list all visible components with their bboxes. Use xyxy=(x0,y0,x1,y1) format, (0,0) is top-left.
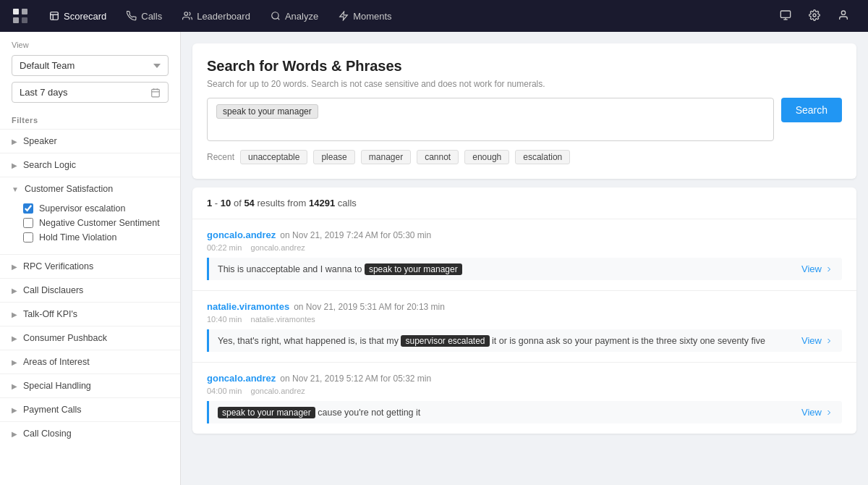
sidebar-section-rpc: ▶ RPC Verifications xyxy=(0,254,180,278)
result-quote-before-2: Yes, that's right, what happened is, is … xyxy=(218,336,399,346)
results-total: 54 xyxy=(244,198,254,208)
chevron-right-icon: ▶ xyxy=(12,138,17,146)
result-item-1: goncalo.andrez on Nov 21, 2019 7:24 AM f… xyxy=(192,219,856,291)
recent-tag-3[interactable]: cannot xyxy=(417,150,459,164)
recent-tag-5[interactable]: escalation xyxy=(515,150,570,164)
result-item-2: natalie.viramontes on Nov 21, 2019 5:31 … xyxy=(192,291,856,363)
view-link-1[interactable]: View xyxy=(801,263,833,274)
checkbox-hold-time[interactable]: Hold Time Violation xyxy=(23,232,169,242)
sidebar-section-special-handling-header[interactable]: ▶ Special Handling xyxy=(0,374,180,397)
customer-satisfaction-body: Supervisor escalation Negative Customer … xyxy=(0,201,180,254)
svg-rect-10 xyxy=(780,11,790,17)
nav-right-icons xyxy=(773,5,856,28)
result-meta-3: goncalo.andrez on Nov 21, 2019 5:12 AM f… xyxy=(207,373,842,384)
sidebar-section-payment-calls-header[interactable]: ▶ Payment Calls xyxy=(0,398,180,421)
chevron-right-icon: ▶ xyxy=(12,358,17,366)
negative-sentiment-checkbox[interactable] xyxy=(23,218,33,228)
sidebar-view-section: View Default Team Team A Team B Last 7 d… xyxy=(0,32,180,109)
svg-rect-4 xyxy=(51,12,59,20)
sidebar-section-talk-off-header[interactable]: ▶ Talk-Off KPI's xyxy=(0,303,180,326)
result-quote-before-1: This is unacceptable and I wanna to xyxy=(218,264,362,274)
chevron-right-icon: ▶ xyxy=(12,287,17,295)
nav-calls[interactable]: Calls xyxy=(118,7,171,26)
checkbox-supervisor-escalation[interactable]: Supervisor escalation xyxy=(23,203,169,214)
result-item-3: goncalo.andrez on Nov 21, 2019 5:12 AM f… xyxy=(192,363,856,434)
chevron-right-icon: ▶ xyxy=(12,161,17,169)
result-sub-1: 00:22 min goncalo.andrez xyxy=(207,243,842,252)
result-highlight-3: speak to your manager xyxy=(218,407,315,418)
view-label: View xyxy=(12,41,169,49)
search-panel: Search for Words & Phrases Search for up… xyxy=(192,43,856,179)
nav-analyze[interactable]: Analyze xyxy=(262,7,327,26)
date-range-picker[interactable]: Last 7 days xyxy=(12,82,169,103)
results-range-start: 1 xyxy=(207,198,212,208)
recent-tag-2[interactable]: manager xyxy=(361,150,411,164)
monitor-icon[interactable] xyxy=(773,5,799,28)
user-icon[interactable] xyxy=(830,5,856,28)
svg-point-7 xyxy=(184,12,188,16)
nav-moments[interactable]: Moments xyxy=(330,7,400,26)
main-layout: View Default Team Team A Team B Last 7 d… xyxy=(0,32,868,485)
result-sub-time-2: 10:40 min xyxy=(207,315,242,324)
supervisor-escalation-checkbox[interactable] xyxy=(23,203,33,214)
sidebar: View Default Team Team A Team B Last 7 d… xyxy=(0,32,181,485)
sidebar-section-customer-satisfaction-header[interactable]: ▼ Customer Satisfaction xyxy=(0,177,180,201)
chevron-right-icon: ▶ xyxy=(12,430,17,438)
sidebar-section-customer-satisfaction: ▼ Customer Satisfaction Supervisor escal… xyxy=(0,177,180,254)
sidebar-section-speaker: ▶ Speaker xyxy=(0,129,180,153)
svg-point-13 xyxy=(813,14,816,17)
recent-row: Recent unacceptable please manager canno… xyxy=(207,150,842,164)
sidebar-section-special-handling: ▶ Special Handling xyxy=(0,374,180,397)
result-meta-1: goncalo.andrez on Nov 21, 2019 7:24 AM f… xyxy=(207,229,842,240)
recent-tag-1[interactable]: please xyxy=(313,150,354,164)
sidebar-section-areas-header[interactable]: ▶ Areas of Interest xyxy=(0,350,180,374)
sidebar-section-consumer-pushback-header[interactable]: ▶ Consumer Pushback xyxy=(0,326,180,350)
result-meta-2: natalie.viramontes on Nov 21, 2019 5:31 … xyxy=(207,301,842,312)
search-button[interactable]: Search xyxy=(781,98,842,122)
sidebar-section-search-logic-header[interactable]: ▶ Search Logic xyxy=(0,153,180,177)
chevron-down-icon: ▼ xyxy=(12,185,19,193)
view-link-3[interactable]: View xyxy=(801,407,833,418)
settings-icon[interactable] xyxy=(801,5,827,28)
chevron-right-icon: ▶ xyxy=(12,406,17,414)
result-date-3: on Nov 21, 2019 5:12 AM for 05:32 min xyxy=(280,374,431,384)
results-range-end: 10 xyxy=(221,198,231,208)
chevron-right-icon: ▶ xyxy=(12,382,17,390)
sidebar-section-search-logic: ▶ Search Logic xyxy=(0,153,180,177)
result-sub-agent-2: natalie.viramontes xyxy=(251,315,315,324)
team-select[interactable]: Default Team Team A Team B xyxy=(12,55,169,76)
result-quote-after-2: it or is gonna ask so your payment is th… xyxy=(492,336,765,346)
nav-leaderboard[interactable]: Leaderboard xyxy=(174,7,259,26)
hold-time-checkbox[interactable] xyxy=(23,232,33,242)
recent-tag-4[interactable]: enough xyxy=(464,150,509,164)
svg-rect-3 xyxy=(22,17,27,23)
nav-scorecard[interactable]: Scorecard xyxy=(41,7,115,26)
sidebar-section-payment-calls: ▶ Payment Calls xyxy=(0,397,180,421)
search-tag: speak to your manager xyxy=(216,104,318,119)
search-box[interactable]: speak to your manager xyxy=(207,98,774,141)
recent-tag-0[interactable]: unacceptable xyxy=(240,150,307,164)
checkbox-negative-sentiment[interactable]: Negative Customer Sentiment xyxy=(23,218,169,228)
sidebar-section-rpc-header[interactable]: ▶ RPC Verifications xyxy=(0,255,180,278)
result-quote-text-2: Yes, that's right, what happened is, is … xyxy=(218,336,765,346)
result-sub-agent-1: goncalo.andrez xyxy=(251,243,305,252)
search-subtitle: Search for up to 20 words. Search is not… xyxy=(207,79,842,89)
chevron-right-icon: ▶ xyxy=(12,311,17,319)
results-panel: 1 - 10 of 54 results from 14291 calls go… xyxy=(192,187,856,434)
svg-rect-2 xyxy=(13,17,19,23)
sidebar-section-call-disclaimers-header[interactable]: ▶ Call Disclauers xyxy=(0,279,180,302)
result-highlight-2: supervisor escalated xyxy=(401,335,489,347)
app-logo xyxy=(12,7,29,25)
result-quote-3: speak to your manager cause you're not g… xyxy=(207,401,842,423)
sidebar-section-speaker-header[interactable]: ▶ Speaker xyxy=(0,130,180,153)
sidebar-section-call-closing-header[interactable]: ▶ Call Closing xyxy=(0,422,180,445)
recent-label: Recent xyxy=(207,152,234,162)
chevron-right-icon: ▶ xyxy=(12,263,17,271)
result-quote-text-1: This is unacceptable and I wanna to spea… xyxy=(218,264,462,274)
svg-point-8 xyxy=(272,12,278,19)
view-link-2[interactable]: View xyxy=(801,335,833,346)
result-quote-after-3: cause you're not getting it xyxy=(318,408,420,418)
svg-rect-1 xyxy=(22,9,27,14)
chevron-right-icon: ▶ xyxy=(12,334,17,342)
results-calls-count: 14291 xyxy=(309,198,335,208)
